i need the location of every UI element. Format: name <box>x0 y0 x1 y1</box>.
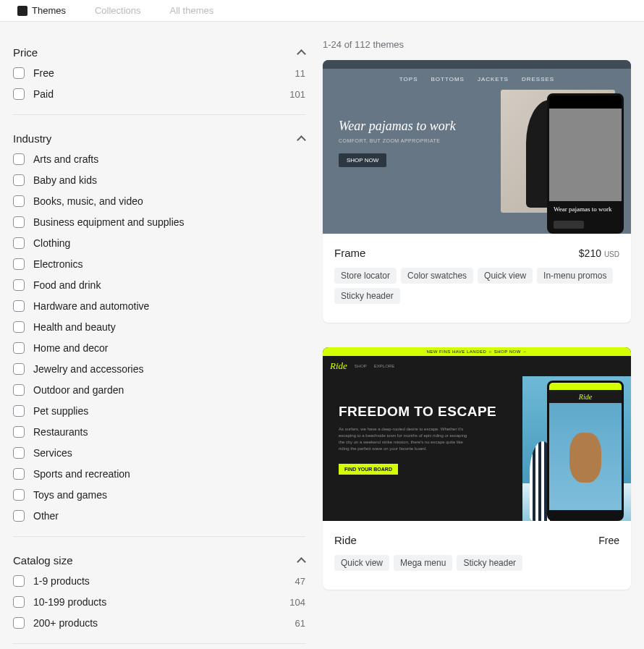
checkbox[interactable] <box>13 279 25 291</box>
checkbox[interactable] <box>13 300 25 312</box>
checkbox[interactable] <box>13 216 25 228</box>
checkbox[interactable] <box>13 195 25 207</box>
filter-label: 10-199 products <box>33 596 281 608</box>
filter-title: Industry <box>13 132 51 145</box>
filter-label: Toys and games <box>33 489 305 501</box>
filter-option[interactable]: Jewelry and accessories <box>13 362 305 376</box>
feature-tag: Sticky header <box>457 555 522 571</box>
checkbox[interactable] <box>13 384 25 396</box>
filter-header-price[interactable]: Price <box>13 39 305 66</box>
checkbox[interactable] <box>13 575 25 587</box>
filter-option[interactable]: Outdoor and garden <box>13 383 305 397</box>
feature-tag: Color swatches <box>401 268 473 284</box>
filter-label: Pet supplies <box>33 405 305 417</box>
filter-option[interactable]: Home and decor <box>13 341 305 355</box>
theme-preview: TOPS BOTTOMS JACKETS DRESSES Wear pajama… <box>323 60 631 234</box>
filter-count: 11 <box>295 68 305 79</box>
filter-option[interactable]: Health and beauty <box>13 320 305 334</box>
feature-tag: Sticky header <box>334 288 400 304</box>
checkbox[interactable] <box>13 596 25 608</box>
filter-group-industry: Industry Arts and craftsBaby and kidsBoo… <box>13 125 305 523</box>
filter-sidebar: Price Free11Paid101 Industry Arts and cr… <box>13 39 305 649</box>
filter-group-price: Price Free11Paid101 <box>13 39 305 101</box>
filter-label: Outdoor and garden <box>33 384 305 396</box>
checkbox[interactable] <box>13 468 25 480</box>
filter-option[interactable]: Other <box>13 509 305 523</box>
filter-option[interactable]: Baby and kids <box>13 173 305 187</box>
theme-card[interactable]: NEW FINS HAVE LANDED ☼ SHOP NOW → Ride S… <box>323 347 631 590</box>
theme-card[interactable]: TOPS BOTTOMS JACKETS DRESSES Wear pajama… <box>323 60 631 323</box>
theme-name: Ride <box>334 534 357 546</box>
checkbox[interactable] <box>13 258 25 270</box>
filter-header-industry[interactable]: Industry <box>13 125 305 152</box>
filter-label: Services <box>33 447 305 459</box>
filter-title: Price <box>13 46 38 59</box>
checkbox[interactable] <box>13 426 25 438</box>
nav-collections[interactable]: Collections <box>95 5 141 16</box>
feature-tag: Store locator <box>334 268 397 284</box>
nav-all-themes[interactable]: All themes <box>170 5 214 16</box>
filter-group-catalog: Catalog size 1-9 products4710-199 produc… <box>13 547 305 630</box>
theme-preview: NEW FINS HAVE LANDED ☼ SHOP NOW → Ride S… <box>323 347 631 521</box>
filter-option[interactable]: Pet supplies <box>13 404 305 418</box>
filter-label: Jewelry and accessories <box>33 363 305 375</box>
theme-results: 1-24 of 112 themes TOPS BOTTOMS JACKETS … <box>323 39 631 649</box>
theme-card-body: Ride Free Quick viewMega menuSticky head… <box>323 521 631 590</box>
checkbox[interactable] <box>13 321 25 333</box>
filter-option[interactable]: Services <box>13 446 305 460</box>
checkbox[interactable] <box>13 489 25 501</box>
checkbox[interactable] <box>13 237 25 249</box>
theme-price: Free <box>598 535 619 546</box>
checkbox[interactable] <box>13 617 25 629</box>
filter-option[interactable]: Books, music, and video <box>13 194 305 208</box>
filter-option[interactable]: Restaurants <box>13 425 305 439</box>
filter-label: 1-9 products <box>33 575 287 587</box>
theme-name: Frame <box>334 247 365 259</box>
mobile-preview: Ride <box>547 381 624 521</box>
checkbox[interactable] <box>13 405 25 417</box>
filter-label: Paid <box>33 88 281 100</box>
nav-themes[interactable]: Themes <box>17 5 66 16</box>
filter-label: Home and decor <box>33 342 305 354</box>
checkbox[interactable] <box>13 174 25 186</box>
filter-option[interactable]: Paid101 <box>13 87 305 101</box>
checkbox[interactable] <box>13 510 25 522</box>
filter-option[interactable]: Food and drink <box>13 278 305 292</box>
hero-title: FREEDOM TO ESCAPE <box>339 404 507 419</box>
filter-option[interactable]: 10-199 products104 <box>13 595 305 609</box>
filter-option[interactable]: Clothing <box>13 236 305 250</box>
filter-label: Sports and recreation <box>33 468 305 480</box>
filter-label: Clothing <box>33 237 305 249</box>
hero-cta: SHOP NOW <box>339 153 386 167</box>
filter-option[interactable]: Electronics <box>13 257 305 271</box>
filter-header-catalog[interactable]: Catalog size <box>13 547 305 574</box>
filter-count: 101 <box>289 89 305 100</box>
filter-count: 47 <box>295 576 305 587</box>
top-nav: Themes Collections All themes <box>0 0 644 22</box>
filter-option[interactable]: Hardware and automotive <box>13 299 305 313</box>
filter-count: 104 <box>289 597 305 608</box>
divider <box>13 643 305 644</box>
hero-subtitle: COMFORT, BUT ZOOM APPROPRIATE <box>339 138 483 143</box>
filter-option[interactable]: Free11 <box>13 66 305 80</box>
filter-label: 200+ products <box>33 617 287 629</box>
filter-label: Restaurants <box>33 426 305 438</box>
checkbox[interactable] <box>13 153 25 165</box>
filter-option[interactable]: 1-9 products47 <box>13 574 305 588</box>
filter-label: Other <box>33 510 305 522</box>
checkbox[interactable] <box>13 447 25 459</box>
feature-tag: Mega menu <box>394 555 452 571</box>
checkbox[interactable] <box>13 342 25 354</box>
feature-tag: Quick view <box>334 555 389 571</box>
filter-option[interactable]: Arts and crafts <box>13 152 305 166</box>
filter-option[interactable]: Toys and games <box>13 488 305 502</box>
filter-option[interactable]: Sports and recreation <box>13 467 305 481</box>
divider <box>13 114 305 115</box>
checkbox[interactable] <box>13 363 25 375</box>
filter-option[interactable]: Business equipment and supplies <box>13 215 305 229</box>
checkbox[interactable] <box>13 67 25 79</box>
themes-icon <box>17 6 27 16</box>
filter-count: 61 <box>295 618 305 629</box>
checkbox[interactable] <box>13 88 25 100</box>
filter-option[interactable]: 200+ products61 <box>13 616 305 630</box>
